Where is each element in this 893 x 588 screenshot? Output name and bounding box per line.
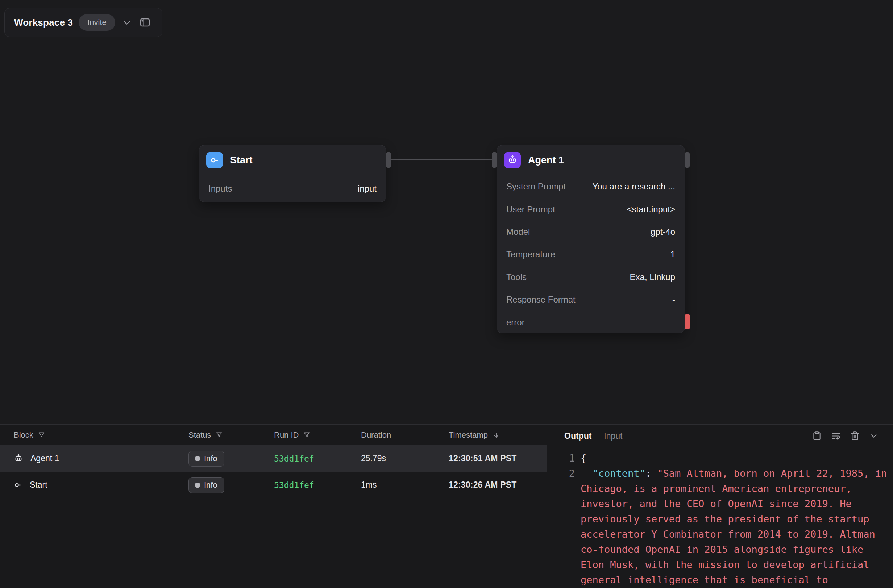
invite-button[interactable]: Invite bbox=[79, 14, 115, 31]
log-run-id[interactable]: 53dd1fef bbox=[274, 480, 361, 490]
agent-input-handle[interactable] bbox=[492, 152, 497, 168]
collapse-chevron-down-icon[interactable] bbox=[869, 431, 878, 441]
node-agent-1[interactable]: Agent 1 System Prompt You are a research… bbox=[496, 145, 685, 333]
column-status: Status bbox=[188, 430, 211, 440]
row-value: - bbox=[672, 294, 675, 305]
log-block-name: Start bbox=[30, 480, 48, 490]
agent-error-handle[interactable] bbox=[685, 314, 690, 329]
agent-row-user-prompt: User Prompt <start.input> bbox=[497, 198, 685, 220]
agent-node-robot-icon bbox=[504, 152, 521, 168]
log-timestamp: 12:30:26 AM PST bbox=[449, 480, 547, 490]
code-text: { bbox=[580, 451, 891, 466]
timestamp-sort-desc-icon[interactable] bbox=[492, 431, 500, 439]
log-run-id[interactable]: 53dd1fef bbox=[274, 454, 361, 464]
start-output-handle[interactable] bbox=[386, 152, 391, 168]
block-filter-icon[interactable] bbox=[38, 431, 45, 439]
status-label: Info bbox=[204, 454, 218, 464]
row-label: Response Format bbox=[506, 294, 576, 305]
row-value: input bbox=[358, 184, 377, 194]
output-panel: Output Input bbox=[547, 424, 893, 588]
workspace-header: Workspace 3 Invite bbox=[5, 8, 162, 37]
agent-row-system-prompt: System Prompt You are a research ... bbox=[497, 176, 685, 198]
agent-row-model: Model gpt-4o bbox=[497, 220, 685, 243]
agent-node-title: Agent 1 bbox=[528, 155, 564, 166]
copy-clipboard-icon[interactable] bbox=[812, 431, 822, 441]
status-dot-icon bbox=[195, 483, 200, 488]
status-label: Info bbox=[204, 480, 218, 490]
line-number: 2 bbox=[547, 466, 575, 481]
column-duration: Duration bbox=[361, 430, 391, 440]
log-row-agent-1[interactable]: Agent 1 Info 53dd1fef 25.79s 12:30:51 AM… bbox=[0, 445, 547, 472]
row-value: 1 bbox=[671, 249, 675, 260]
log-timestamp: 12:30:51 AM PST bbox=[449, 454, 547, 464]
tab-output[interactable]: Output bbox=[564, 431, 591, 441]
bottom-panel: Block Status Run ID bbox=[0, 424, 893, 588]
row-label: Temperature bbox=[506, 249, 555, 260]
column-block: Block bbox=[14, 430, 33, 440]
start-node-row-inputs: Inputs input bbox=[199, 176, 386, 202]
agent-output-handle[interactable] bbox=[685, 152, 690, 168]
log-row-start[interactable]: Start Info 53dd1fef 1ms 12:30:26 AM PST bbox=[0, 472, 547, 498]
output-panel-header: Output Input bbox=[547, 424, 893, 447]
row-value: gpt-4o bbox=[651, 227, 675, 237]
output-code-view[interactable]: 1 { 2 "content": "Sam Altman, born on Ap… bbox=[547, 451, 893, 588]
edge-start-to-agent[interactable] bbox=[391, 159, 492, 160]
column-timestamp: Timestamp bbox=[449, 430, 488, 440]
logs-table-header: Block Status Run ID bbox=[0, 424, 547, 445]
row-label: error bbox=[506, 317, 525, 327]
row-value: Exa, Linkup bbox=[630, 272, 675, 282]
agent-row-temperature: Temperature 1 bbox=[497, 243, 685, 266]
wrap-text-icon[interactable] bbox=[831, 431, 841, 441]
row-label: Inputs bbox=[208, 184, 232, 194]
json-separator: : bbox=[645, 468, 657, 479]
status-dot-icon bbox=[195, 456, 200, 461]
code-line-2: 2 "content": "Sam Altman, born on April … bbox=[547, 466, 893, 588]
app-root: Workspace 3 Invite Start Inputs input bbox=[0, 0, 893, 588]
status-badge[interactable]: Info bbox=[188, 451, 224, 466]
run-id-filter-icon[interactable] bbox=[303, 431, 311, 439]
start-node-title: Start bbox=[230, 155, 253, 166]
workspace-title: Workspace 3 bbox=[14, 17, 73, 28]
line-number: 1 bbox=[547, 451, 575, 466]
workspace-chevron-down-icon[interactable] bbox=[122, 17, 132, 27]
json-key: "content" bbox=[592, 468, 645, 479]
agent-row-response-format: Response Format - bbox=[497, 288, 685, 311]
trash-icon[interactable] bbox=[850, 431, 860, 441]
row-label: Model bbox=[506, 227, 530, 237]
row-value: <start.input> bbox=[627, 204, 675, 214]
status-badge[interactable]: Info bbox=[188, 477, 224, 493]
log-duration: 1ms bbox=[361, 480, 449, 490]
logs-table: Block Status Run ID bbox=[0, 424, 547, 588]
agent-row-tools: Tools Exa, Linkup bbox=[497, 266, 685, 288]
log-duration: 25.79s bbox=[361, 454, 449, 464]
agent-node-header: Agent 1 bbox=[497, 145, 685, 176]
column-run-id: Run ID bbox=[274, 430, 299, 440]
row-label: Tools bbox=[506, 272, 526, 282]
robot-icon bbox=[14, 454, 23, 464]
json-string-value: "Sam Altman, born on April 22, 1985, in … bbox=[580, 468, 893, 585]
tab-input[interactable]: Input bbox=[604, 431, 622, 441]
toggle-sidebar-panel-icon[interactable] bbox=[139, 16, 151, 28]
node-start[interactable]: Start Inputs input bbox=[198, 145, 386, 202]
row-value: You are a research ... bbox=[592, 182, 675, 192]
start-node-icon bbox=[206, 152, 223, 168]
code-line-1: 1 { bbox=[547, 451, 893, 466]
start-icon bbox=[14, 481, 23, 489]
log-block-name: Agent 1 bbox=[30, 454, 59, 464]
code-text: "content": "Sam Altman, born on April 22… bbox=[580, 466, 891, 588]
start-node-header: Start bbox=[199, 145, 386, 176]
agent-row-error: error bbox=[497, 311, 685, 333]
row-label: User Prompt bbox=[506, 204, 555, 214]
row-label: System Prompt bbox=[506, 182, 566, 192]
status-filter-icon[interactable] bbox=[215, 431, 223, 439]
